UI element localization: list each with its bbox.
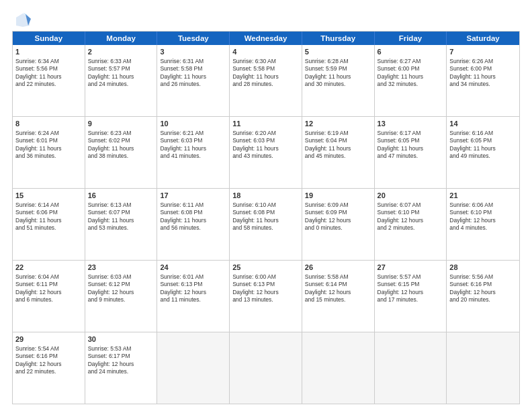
day-number: 18 xyxy=(232,191,299,201)
cal-cell-empty-4-6 xyxy=(447,332,519,404)
cal-cell-29: 29Sunrise: 5:54 AMSunset: 6:16 PMDayligh… xyxy=(13,332,85,404)
day-info-line: and 13 minutes. xyxy=(232,296,299,304)
day-info-line: and 51 minutes. xyxy=(15,224,82,232)
cal-cell-5: 5Sunrise: 6:28 AMSunset: 5:59 PMDaylight… xyxy=(302,45,375,116)
day-info-line: Sunrise: 6:16 AM xyxy=(449,130,517,137)
day-info-line: Sunset: 6:17 PM xyxy=(88,353,154,360)
day-info-line: and 36 minutes. xyxy=(15,152,82,160)
day-info-line: Sunrise: 6:06 AM xyxy=(449,201,517,209)
cal-row-2: 15Sunrise: 6:14 AMSunset: 6:06 PMDayligh… xyxy=(13,189,519,261)
day-info-line: Sunrise: 6:10 AM xyxy=(232,201,299,209)
day-number: 8 xyxy=(15,119,82,129)
day-info-line: Sunset: 6:13 PM xyxy=(232,281,299,288)
cal-cell-25: 25Sunrise: 6:00 AMSunset: 6:13 PMDayligh… xyxy=(230,261,302,332)
day-info-line: Daylight: 11 hours xyxy=(88,145,154,152)
cal-row-0: 1Sunrise: 6:34 AMSunset: 5:56 PMDaylight… xyxy=(13,45,519,117)
cal-row-3: 22Sunrise: 6:04 AMSunset: 6:11 PMDayligh… xyxy=(13,261,519,332)
day-info-line: Sunset: 6:03 PM xyxy=(160,137,226,144)
day-info-line: Sunset: 6:05 PM xyxy=(378,137,444,144)
day-info-line: and 20 minutes. xyxy=(449,296,517,304)
day-info-line: and 6 minutes. xyxy=(15,296,82,304)
day-info-line: Daylight: 11 hours xyxy=(15,73,82,81)
cal-cell-6: 6Sunrise: 6:27 AMSunset: 6:00 PMDaylight… xyxy=(375,45,447,116)
day-info-line: and 32 minutes. xyxy=(378,81,444,88)
day-info-line: Daylight: 11 hours xyxy=(160,217,226,224)
day-info-line: Sunrise: 6:26 AM xyxy=(449,58,517,65)
day-info-line: Sunset: 6:10 PM xyxy=(449,209,517,216)
day-info-line: and 41 minutes. xyxy=(160,152,226,160)
cal-cell-23: 23Sunrise: 6:03 AMSunset: 6:12 PMDayligh… xyxy=(85,261,158,332)
day-info-line: Sunrise: 6:03 AM xyxy=(88,273,154,281)
cal-cell-20: 20Sunrise: 6:07 AMSunset: 6:10 PMDayligh… xyxy=(375,189,447,260)
day-info-line: Sunrise: 6:27 AM xyxy=(378,58,444,65)
day-info-line: Sunset: 6:13 PM xyxy=(160,281,226,288)
day-info-line: Sunrise: 6:04 AM xyxy=(15,273,82,281)
day-info-line: Sunrise: 6:34 AM xyxy=(15,58,82,65)
header-cell-wednesday: Wednesday xyxy=(230,32,302,45)
day-info-line: Sunset: 6:03 PM xyxy=(232,137,299,144)
cal-cell-26: 26Sunrise: 5:58 AMSunset: 6:14 PMDayligh… xyxy=(302,261,375,332)
cal-cell-4: 4Sunrise: 6:30 AMSunset: 5:58 PMDaylight… xyxy=(230,45,302,116)
cal-cell-28: 28Sunrise: 5:56 AMSunset: 6:16 PMDayligh… xyxy=(447,261,519,332)
cal-cell-empty-4-5 xyxy=(375,332,447,404)
day-number: 25 xyxy=(232,263,299,273)
cal-cell-13: 13Sunrise: 6:17 AMSunset: 6:05 PMDayligh… xyxy=(375,117,447,188)
day-number: 6 xyxy=(378,47,444,57)
cal-cell-1: 1Sunrise: 6:34 AMSunset: 5:56 PMDaylight… xyxy=(13,45,85,116)
day-info-line: and 30 minutes. xyxy=(305,81,371,88)
cal-cell-21: 21Sunrise: 6:06 AMSunset: 6:10 PMDayligh… xyxy=(447,189,519,260)
day-info-line: Sunrise: 5:58 AM xyxy=(305,273,371,281)
day-info-line: Sunset: 6:08 PM xyxy=(160,209,226,216)
day-info-line: Sunset: 6:00 PM xyxy=(449,65,517,73)
day-info-line: and 53 minutes. xyxy=(88,224,154,232)
day-number: 9 xyxy=(88,119,154,129)
day-number: 22 xyxy=(15,263,82,273)
cal-cell-9: 9Sunrise: 6:23 AMSunset: 6:02 PMDaylight… xyxy=(85,117,158,188)
day-info-line: Sunset: 6:05 PM xyxy=(449,137,517,144)
day-number: 10 xyxy=(160,119,226,129)
cal-cell-22: 22Sunrise: 6:04 AMSunset: 6:11 PMDayligh… xyxy=(13,261,85,332)
day-info-line: Sunrise: 6:20 AM xyxy=(232,130,299,137)
day-info-line: Sunrise: 6:33 AM xyxy=(88,58,154,65)
day-info-line: Sunrise: 5:56 AM xyxy=(449,273,517,281)
day-number: 3 xyxy=(160,47,226,57)
calendar-header: SundayMondayTuesdayWednesdayThursdayFrid… xyxy=(13,32,519,45)
day-info-line: Sunrise: 6:13 AM xyxy=(88,201,154,209)
calendar: SundayMondayTuesdayWednesdayThursdayFrid… xyxy=(12,31,520,404)
day-info-line: Sunset: 5:58 PM xyxy=(160,65,226,73)
day-number: 1 xyxy=(15,47,82,57)
cal-cell-24: 24Sunrise: 6:01 AMSunset: 6:13 PMDayligh… xyxy=(157,261,230,332)
day-info-line: Sunrise: 6:01 AM xyxy=(160,273,226,281)
day-info-line: Daylight: 11 hours xyxy=(232,217,299,224)
day-info-line: Sunrise: 6:00 AM xyxy=(232,273,299,281)
cal-cell-2: 2Sunrise: 6:33 AMSunset: 5:57 PMDaylight… xyxy=(85,45,158,116)
day-number: 24 xyxy=(160,263,226,273)
day-info-line: and 15 minutes. xyxy=(305,296,371,304)
day-info-line: Sunset: 6:10 PM xyxy=(378,209,444,216)
day-info-line: Sunset: 6:04 PM xyxy=(305,137,371,144)
day-info-line: Sunrise: 6:19 AM xyxy=(305,130,371,137)
day-info-line: Daylight: 11 hours xyxy=(160,73,226,81)
day-info-line: Sunset: 5:56 PM xyxy=(15,65,82,73)
day-number: 7 xyxy=(449,47,517,57)
day-info-line: Sunrise: 6:09 AM xyxy=(305,201,371,209)
day-info-line: Daylight: 11 hours xyxy=(305,145,371,152)
day-info-line: Sunrise: 5:53 AM xyxy=(88,345,154,353)
day-info-line: Sunrise: 6:23 AM xyxy=(88,130,154,137)
cal-cell-11: 11Sunrise: 6:20 AMSunset: 6:03 PMDayligh… xyxy=(230,117,302,188)
page: SundayMondayTuesdayWednesdayThursdayFrid… xyxy=(0,0,532,411)
header-cell-friday: Friday xyxy=(375,32,447,45)
day-info-line: Sunrise: 6:17 AM xyxy=(378,130,444,137)
cal-row-4: 29Sunrise: 5:54 AMSunset: 6:16 PMDayligh… xyxy=(13,332,519,404)
day-info-line: and 4 minutes. xyxy=(449,224,517,232)
day-info-line: Daylight: 12 hours xyxy=(378,217,444,224)
cal-cell-7: 7Sunrise: 6:26 AMSunset: 6:00 PMDaylight… xyxy=(447,45,519,116)
day-info-line: Daylight: 11 hours xyxy=(378,73,444,81)
cal-cell-17: 17Sunrise: 6:11 AMSunset: 6:08 PMDayligh… xyxy=(157,189,230,260)
day-info-line: Daylight: 11 hours xyxy=(449,73,517,81)
day-info-line: and 0 minutes. xyxy=(305,224,371,232)
header-cell-monday: Monday xyxy=(85,32,158,45)
day-number: 5 xyxy=(305,47,371,57)
day-number: 28 xyxy=(449,263,517,273)
day-info-line: Daylight: 11 hours xyxy=(305,73,371,81)
